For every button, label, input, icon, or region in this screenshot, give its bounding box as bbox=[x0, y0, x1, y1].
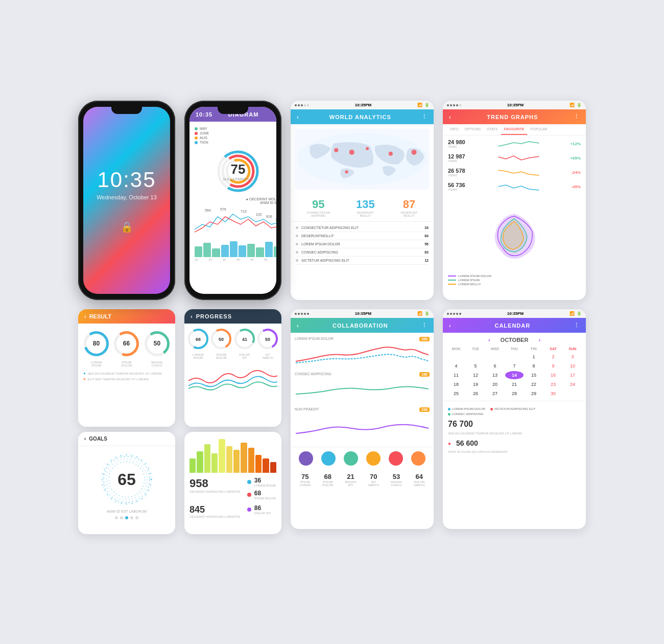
collab-line-1 bbox=[295, 343, 430, 369]
analytics-menu-icon[interactable]: ⋮ bbox=[421, 113, 428, 120]
trend-sub-1: ITEM1 bbox=[448, 145, 463, 148]
cal-4[interactable]: 4 bbox=[447, 362, 465, 370]
collab-stat-4: 70 SITAMETH bbox=[368, 473, 379, 487]
cal-next-icon[interactable]: › bbox=[538, 337, 540, 343]
tab-popular[interactable]: POPULAR bbox=[527, 124, 550, 135]
cal-menu-icon[interactable]: ⋮ bbox=[574, 322, 580, 329]
diagram-bar-chart bbox=[195, 239, 276, 257]
analytics-header: ‹ WORLD ANALYTICS ⋮ bbox=[291, 109, 434, 124]
cal-week-4: 18 19 20 21 22 23 24 bbox=[447, 380, 582, 388]
analytics-back-icon[interactable]: ‹ bbox=[297, 114, 299, 120]
cal-23[interactable]: 23 bbox=[544, 380, 562, 388]
cal-17[interactable]: 17 bbox=[563, 371, 582, 379]
cal-26[interactable]: 26 bbox=[466, 389, 485, 398]
list-label-1: CONSECTETUR ADIPISCING ELIT bbox=[301, 226, 359, 229]
svg-text:50: 50 bbox=[265, 337, 270, 342]
prog-donut-2: 50 IPSUMDOLOR bbox=[210, 328, 232, 359]
cal-9[interactable]: 9 bbox=[544, 362, 562, 370]
collab-stat-num-2: 68 bbox=[322, 473, 333, 480]
cal-15[interactable]: 15 bbox=[525, 371, 543, 379]
cal-6[interactable]: 6 bbox=[486, 362, 504, 370]
goals-back-icon[interactable]: ‹ bbox=[84, 436, 86, 442]
tab-options[interactable]: OPTIONS bbox=[462, 124, 484, 135]
cal-1[interactable]: 1 bbox=[525, 353, 543, 361]
cal-11[interactable]: 11 bbox=[447, 371, 465, 379]
trend-row-1: 24 980 ITEM1 +12% bbox=[448, 139, 581, 149]
cal-5[interactable]: 5 bbox=[466, 362, 485, 370]
mbar-1 bbox=[189, 458, 196, 473]
cal-24[interactable]: 24 bbox=[563, 380, 582, 388]
cal-8[interactable]: 8 bbox=[525, 362, 543, 370]
cal-29[interactable]: 29 bbox=[525, 389, 543, 398]
cal-25[interactable]: 25 bbox=[447, 389, 465, 398]
cal-14-today[interactable]: 14 bbox=[505, 371, 524, 379]
cal-stats: LOREM IPSUM DOLOR SICTETUR ADIPISCING EL… bbox=[443, 401, 586, 457]
cal-month-nav: ‹ OCTOBER › bbox=[443, 333, 586, 347]
cal-16[interactable]: 16 bbox=[544, 371, 562, 379]
donut-1: 80 LOREMIPSUM bbox=[82, 330, 110, 367]
trend-menu-icon[interactable]: ⋮ bbox=[574, 113, 580, 120]
cal-22[interactable]: 22 bbox=[525, 380, 543, 388]
collab-wifi-icon: 📶 bbox=[417, 311, 422, 316]
diagram-circle-chart: 75 NULLA PARIATUR bbox=[195, 148, 276, 194]
tab-info[interactable]: INFO bbox=[447, 124, 462, 135]
svg-point-13 bbox=[334, 148, 338, 152]
cal-prev-icon[interactable]: ‹ bbox=[488, 337, 490, 343]
donut-label-3: MAGNACASCO bbox=[143, 361, 171, 367]
tab-favourite[interactable]: FAVOURITE bbox=[501, 124, 528, 135]
circle-center: 75 NULLA PARIATUR bbox=[223, 162, 253, 181]
legend-label-1: MAY bbox=[200, 127, 207, 130]
phone-notch bbox=[111, 107, 142, 114]
diagram-line-chart: 564 579 713 222 816 122 bbox=[195, 206, 276, 237]
cal-12[interactable]: 12 bbox=[466, 371, 485, 379]
trend-pct-4: -45% bbox=[566, 185, 581, 189]
cal-19[interactable]: 19 bbox=[466, 380, 485, 388]
music-row-3: 86 DOLOR SIT bbox=[247, 504, 271, 515]
cal-7[interactable]: 7 bbox=[505, 362, 524, 370]
cal-10[interactable]: 10 bbox=[563, 362, 582, 370]
collab-status-bar: 10:35PM 📶 🔋 bbox=[291, 309, 434, 318]
cal-20[interactable]: 20 bbox=[486, 380, 504, 388]
music-sub-2: OECERINT ADIPISCING LOBORTIS bbox=[189, 515, 240, 518]
cal-18[interactable]: 18 bbox=[447, 380, 465, 388]
bar-3 bbox=[212, 248, 220, 258]
cal-legend-dot-2 bbox=[490, 408, 493, 410]
result-notes: ● SED DO EIUSMOD TEMPOR INCIDUNT UT LABO… bbox=[78, 369, 175, 383]
trend-row-3: 26 578 ITEM3 -24% bbox=[448, 167, 581, 177]
goals-circle: 65 bbox=[99, 451, 155, 508]
cal-28[interactable]: 28 bbox=[505, 389, 524, 398]
music-stats: 958 OECERINT ADIPISCING LOBORTIS 36 LORE… bbox=[189, 477, 276, 502]
music-sub-1: OECERINT ADIPISCING LOBORTIS bbox=[189, 490, 240, 493]
list-row-5: SICTETUR ADIPISCING ELIT 12 bbox=[296, 257, 429, 265]
note-dot-2: ● bbox=[83, 377, 86, 381]
tab-stats[interactable]: STATS bbox=[484, 124, 501, 135]
cal-stat-row-1: 76 700 bbox=[448, 420, 581, 429]
cal-stat-desc-2: SUNT IN CULPA QUI OFFICIA DESERUNT bbox=[448, 450, 581, 453]
cal-week-3: 11 12 13 14 15 16 17 bbox=[447, 371, 582, 379]
collab-back-icon[interactable]: ‹ bbox=[297, 323, 299, 329]
radar-line-1 bbox=[448, 275, 456, 277]
cal-27[interactable]: 27 bbox=[486, 389, 504, 398]
progress-back-icon[interactable]: ‹ bbox=[191, 313, 193, 319]
svg-text:66: 66 bbox=[123, 340, 130, 347]
result-back-icon[interactable]: ‹ bbox=[84, 313, 86, 319]
cal-13[interactable]: 13 bbox=[486, 371, 504, 379]
battery-icon: 🔋 bbox=[424, 103, 430, 107]
cal-21[interactable]: 21 bbox=[505, 380, 524, 388]
collab-signal-dots bbox=[295, 313, 309, 315]
collab-menu-icon[interactable]: ⋮ bbox=[421, 322, 428, 329]
trend-back-icon[interactable]: ‹ bbox=[449, 114, 452, 120]
trend-pct-1: +12% bbox=[566, 142, 581, 146]
radar-legend-2: LOREM IPSUM bbox=[448, 279, 581, 282]
cal-30[interactable]: 30 bbox=[544, 389, 562, 398]
collab-stat-label-3: MAGNABIT bbox=[345, 480, 357, 487]
list-row-2: DESERUNTMOLLIT 84 bbox=[296, 232, 429, 240]
cal-2[interactable]: 2 bbox=[544, 353, 562, 361]
cal-3[interactable]: 3 bbox=[563, 353, 582, 361]
collab-stat-label-4: SITAMETH bbox=[368, 480, 379, 487]
progress-wave-chart bbox=[188, 365, 277, 396]
diagram-legend: MAY JUNE AUG bbox=[195, 127, 276, 144]
legend-label-2: JUNE bbox=[200, 131, 209, 135]
cal-legend-2: SICTETUR ADIPISCING ELIT bbox=[490, 407, 535, 410]
cal-back-icon[interactable]: ‹ bbox=[449, 323, 452, 329]
